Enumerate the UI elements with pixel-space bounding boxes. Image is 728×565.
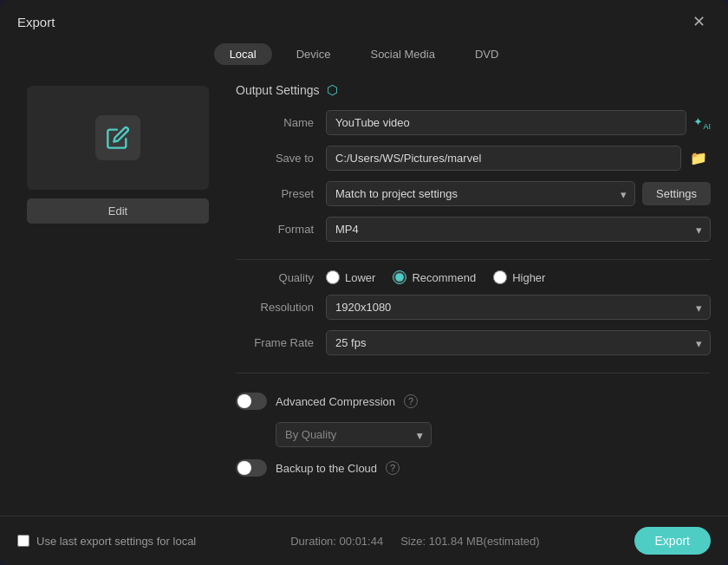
advanced-compression-label: Advanced Compression	[276, 395, 395, 408]
export-button[interactable]: Export	[634, 527, 711, 555]
save-to-row: Save to 📁	[236, 146, 711, 171]
format-label: Format	[236, 223, 314, 236]
format-select[interactable]: MP4	[326, 217, 711, 242]
quality-higher-radio[interactable]	[493, 270, 507, 284]
preset-select[interactable]: Match to project settings	[326, 181, 635, 206]
left-panel: Edit	[14, 77, 222, 516]
divider-1	[236, 259, 711, 260]
settings-button[interactable]: Settings	[642, 182, 711, 205]
section-header: Output Settings ⬡	[236, 82, 711, 98]
footer-info: Duration: 00:01:44 Size: 101.84 MB(estim…	[290, 535, 539, 548]
tab-social-media[interactable]: Social Media	[354, 43, 450, 65]
right-panel: Output Settings ⬡ Name ✦AI Save to 📁	[236, 77, 714, 516]
quality-recommend-text: Recommend	[412, 271, 476, 284]
compression-quality-select[interactable]: By Quality	[276, 422, 432, 447]
name-label: Name	[236, 116, 314, 129]
last-export-checkbox-label[interactable]: Use last export settings for local	[17, 535, 196, 548]
format-select-wrap: MP4	[326, 217, 711, 242]
resolution-label: Resolution	[236, 301, 314, 314]
edit-icon-wrap	[95, 115, 140, 160]
divider-2	[236, 373, 711, 373]
folder-button[interactable]: 📁	[686, 146, 711, 170]
edit-button[interactable]: Edit	[27, 198, 209, 224]
save-to-input-group: 📁	[326, 146, 711, 171]
tab-local[interactable]: Local	[214, 43, 272, 65]
pencil-icon	[106, 126, 130, 150]
title-bar: Export ✕	[0, 0, 728, 40]
name-input-group: ✦AI	[326, 110, 711, 135]
last-export-text: Use last export settings for local	[36, 535, 196, 548]
quality-higher-label[interactable]: Higher	[493, 270, 545, 284]
size-label: Size: 101.84 MB(estimated)	[400, 535, 539, 548]
tab-device[interactable]: Device	[281, 43, 347, 65]
backup-cloud-label: Backup to the Cloud	[276, 462, 377, 475]
preset-row: Preset Match to project settings Setting…	[236, 181, 711, 206]
preset-input-group: Match to project settings Settings	[326, 181, 711, 206]
backup-cloud-help-icon[interactable]: ?	[386, 461, 400, 475]
frame-rate-row: Frame Rate 25 fps	[236, 330, 711, 355]
last-export-checkbox[interactable]	[17, 535, 29, 547]
close-button[interactable]: ✕	[687, 12, 711, 31]
advanced-compression-row: Advanced Compression ?	[236, 384, 711, 419]
path-input[interactable]	[326, 146, 681, 171]
modal-title: Export	[17, 15, 55, 29]
format-row: Format MP4	[236, 217, 711, 242]
toggle-thumb-cloud	[237, 461, 251, 475]
quality-row: Quality Lower Recommend Higher	[236, 270, 711, 284]
advanced-compression-help-icon[interactable]: ?	[404, 394, 418, 408]
quality-lower-label[interactable]: Lower	[326, 270, 375, 284]
name-input[interactable]	[326, 110, 686, 135]
quality-recommend-label[interactable]: Recommend	[393, 270, 476, 284]
settings-info-icon: ⬡	[327, 82, 338, 98]
resolution-row: Resolution 1920x1080	[236, 295, 711, 320]
preview-box	[27, 86, 209, 190]
backup-cloud-row: Backup to the Cloud ?	[236, 451, 711, 485]
toggle-thumb-compression	[237, 394, 251, 408]
resolution-select-wrap: 1920x1080	[326, 295, 711, 320]
tab-bar: Local Device Social Media DVD	[0, 40, 728, 77]
export-modal: Export ✕ Local Device Social Media DVD E…	[0, 0, 728, 565]
compression-quality-wrap: By Quality ▾	[276, 422, 711, 447]
backup-cloud-toggle[interactable]	[236, 459, 267, 477]
quality-higher-text: Higher	[512, 271, 545, 284]
frame-rate-select[interactable]: 25 fps	[326, 330, 711, 355]
preset-select-wrap: Match to project settings	[326, 181, 635, 206]
quality-lower-text: Lower	[345, 271, 375, 284]
name-row: Name ✦AI	[236, 110, 711, 135]
duration-label: Duration: 00:01:44	[290, 535, 383, 548]
frame-rate-select-wrap: 25 fps	[326, 330, 711, 355]
quality-lower-radio[interactable]	[326, 270, 340, 284]
save-to-label: Save to	[236, 152, 314, 165]
quality-options: Lower Recommend Higher	[326, 270, 711, 284]
tab-dvd[interactable]: DVD	[459, 43, 514, 65]
quality-label: Quality	[236, 271, 314, 284]
resolution-select[interactable]: 1920x1080	[326, 295, 711, 320]
frame-rate-label: Frame Rate	[236, 336, 314, 349]
content-area: Edit Output Settings ⬡ Name ✦AI Save to	[0, 77, 728, 516]
preset-label: Preset	[236, 187, 314, 200]
quality-recommend-radio[interactable]	[393, 270, 406, 284]
advanced-compression-toggle[interactable]	[236, 393, 267, 410]
ai-icon[interactable]: ✦AI	[693, 115, 711, 131]
footer: Use last export settings for local Durat…	[0, 516, 728, 565]
output-settings-label: Output Settings	[236, 83, 320, 97]
